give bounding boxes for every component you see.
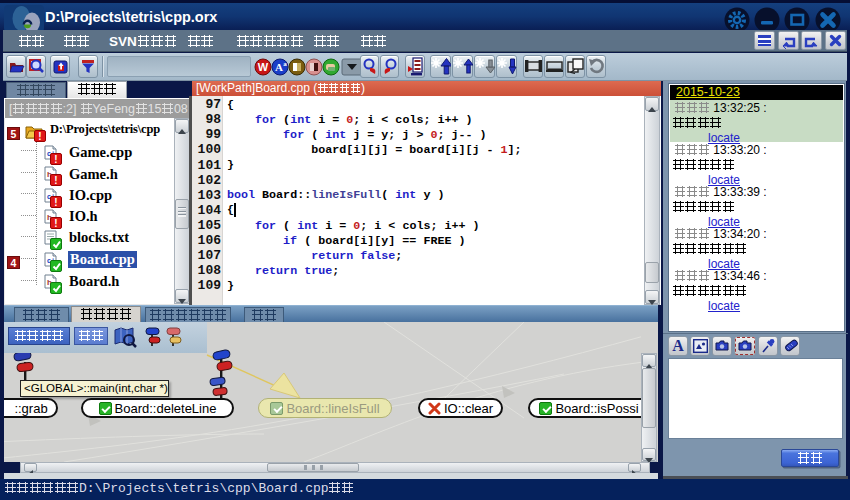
- svg-text:W: W: [258, 61, 269, 73]
- svg-text:a: a: [283, 60, 287, 68]
- svg-text:A: A: [275, 61, 283, 73]
